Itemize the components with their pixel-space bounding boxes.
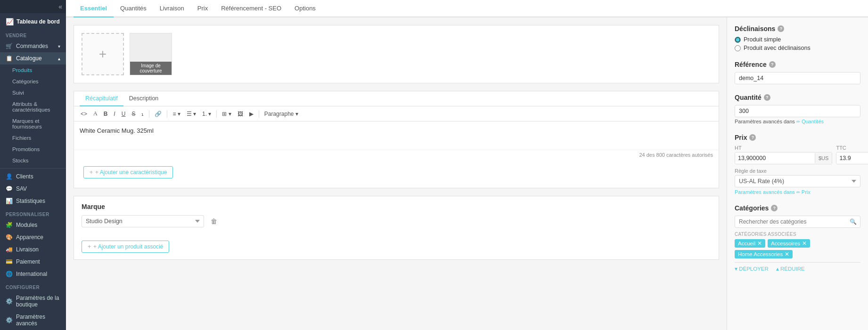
tab-livraison[interactable]: Livraison [153,0,191,17]
editor-btn-paragraph[interactable]: Paragraphe ▾ [262,110,300,118]
sidebar-item-commandes[interactable]: 🛒 Commandes ▾ [0,40,66,52]
cat-tag-accueil-label: Accueil [738,241,755,246]
desc-tab-bar: Récapitulatif Description [74,91,719,106]
editor-btn-bold[interactable]: B [102,110,110,118]
sidebar-item-promotions[interactable]: Promotions [0,144,66,155]
produits-label: Produits [12,67,32,73]
editor-btn-underline[interactable]: U [120,110,128,118]
tab-quantites[interactable]: Quantités [114,0,153,17]
price-ttc-input[interactable] [836,153,868,164]
declinaisons-help-icon[interactable]: ? [778,25,784,32]
fichiers-label: Fichiers [12,135,31,141]
prix-help-icon[interactable]: ? [749,134,756,141]
categories-help-icon[interactable]: ? [771,205,778,211]
main-area: Essentiel Quantités Livraison Prix Référ… [66,0,868,330]
reference-help-icon[interactable]: ? [769,61,776,68]
editor-divider-3 [216,110,217,118]
desc-tab-description[interactable]: Description [123,91,164,106]
editor-btn-link[interactable]: 🔗 [153,110,164,118]
sidebar-item-parametres-avances[interactable]: ⚙️ Paramètres avancés [0,311,66,330]
editor-btn-table[interactable]: ⊞ ▾ [220,110,233,118]
sidebar-item-paiement[interactable]: 💳 Paiement [0,256,66,268]
editor-btn-bold-a[interactable]: A [91,109,99,118]
sidebar-item-attributs[interactable]: Attributs & caractéristiques [0,98,66,115]
sidebar-item-fichiers[interactable]: Fichiers [0,132,66,144]
quantite-help-icon[interactable]: ? [764,94,770,101]
sidebar-item-clients[interactable]: 👤 Clients [0,170,66,183]
editor-btn-subscript[interactable]: ₁ [139,110,146,118]
sidebar: « 📈 Tableau de bord VENDRE 🛒 Commandes ▾… [0,0,66,330]
editor-toolbar: <> A B I U S ₁ 🔗 ≡ ▾ ☰ ▾ 1. ▾ ⊞ ▾ 🖼 [74,106,719,121]
desc-tab-recapitulatif[interactable]: Récapitulatif [80,91,123,106]
sidebar-item-suivi[interactable]: Suivi [0,87,66,98]
cat-tag-home-accessories: Home Accessories ✕ [735,250,793,258]
categories-title: Catégories ? [735,204,860,212]
radio-produit-simple-input[interactable] [735,37,741,43]
tab-referencement[interactable]: Référencement - SEO [214,0,288,17]
add-characteristic-button[interactable]: + + Ajouter une caractéristique [83,166,173,178]
sidebar-item-stocks[interactable]: Stocks [0,155,66,166]
editor-btn-list-ul[interactable]: ☰ ▾ [185,110,198,118]
prix-advanced-link[interactable]: Paramètres avancés dans ✏ Prix [735,189,860,195]
tab-essentiel[interactable]: Essentiel [74,0,114,17]
editor-btn-video[interactable]: ▶ [247,110,255,118]
brand-section: Marque Studio Design Autre marque 🗑 + + … [74,196,719,260]
sidebar-item-marques[interactable]: Marques et fournisseurs [0,115,66,132]
sidebar-item-parametres-boutique[interactable]: ⚙️ Paramètres de la boutique [0,292,66,311]
editor-btn-strikethrough[interactable]: S [130,110,137,118]
sidebar-item-livraison[interactable]: 🚚 Livraison [0,243,66,256]
parametres-avances-icon: ⚙️ [6,317,13,323]
commandes-expand-icon: ▾ [58,44,60,49]
cat-tag-accessoires-label: Accessoires [771,241,800,246]
image-upload-box[interactable]: + [82,33,124,75]
cat-tag-accessoires-remove[interactable]: ✕ [802,241,807,246]
brand-delete-button[interactable]: 🗑 [209,216,219,227]
left-panel: + Image de couverture Récapitulatif Desc… [66,17,727,330]
editor-char-count: 24 des 800 caractères autorisés [74,150,719,160]
sidebar-item-modules[interactable]: 🧩 Modules [0,219,66,231]
tab-prix[interactable]: Prix [191,0,214,17]
tab-bar: Essentiel Quantités Livraison Prix Référ… [66,0,868,17]
add-product-plus-icon: + [88,243,91,250]
prix-edit-icon: ✏ [796,190,800,195]
cat-tag-accueil-remove[interactable]: ✕ [757,241,762,246]
sidebar-collapse-icon[interactable]: « [58,3,62,10]
quantite-advanced-link-anchor[interactable]: ✏ Quantités [796,119,824,124]
cat-expand-row: ▾ DÉPLOYER ▴ RÉDUIRE [735,262,860,272]
editor-btn-italic[interactable]: I [112,110,117,118]
editor-content[interactable]: White Ceramic Mug. 325ml [74,121,719,150]
sidebar-item-produits[interactable]: Produits [0,64,66,76]
clients-icon: 👤 [6,173,13,180]
cat-tag-home-accessories-remove[interactable]: ✕ [785,251,789,257]
tax-select[interactable]: US-AL Rate (4%) US-CA Rate (8%) No Tax [735,175,860,187]
livraison-icon: 🚚 [6,246,13,253]
editor-btn-code[interactable]: <> [79,110,89,118]
sidebar-logo-row[interactable]: 📈 Tableau de bord [0,13,66,28]
price-ht-input[interactable] [735,153,815,164]
cat-expand-deployer[interactable]: ▾ DÉPLOYER [735,266,769,272]
marques-label: Marques et fournisseurs [12,118,60,129]
brand-select[interactable]: Studio Design Autre marque [82,215,204,227]
sidebar-item-statistiques[interactable]: 📊 Statistiques [0,195,66,207]
editor-btn-align[interactable]: ≡ ▾ [171,110,182,118]
parametres-boutique-icon: ⚙️ [6,298,13,305]
sidebar-item-catalogue[interactable]: 📋 Catalogue ▴ [0,52,66,64]
categories-search-wrap: 🔍 [735,216,860,228]
sidebar-item-categories[interactable]: Catégories [0,76,66,87]
image-cover-box[interactable]: Image de couverture [130,33,172,75]
editor-btn-list-ol[interactable]: 1. ▾ [200,110,213,118]
quantite-input[interactable] [735,105,860,117]
sidebar-item-apparence[interactable]: 🎨 Apparence [0,231,66,243]
tab-options[interactable]: Options [288,0,322,17]
cat-tag-accueil: Accueil ✕ [735,239,765,248]
cat-expand-reduire[interactable]: ▴ RÉDUIRE [776,266,805,272]
reference-input[interactable] [735,72,860,84]
sidebar-item-sav[interactable]: 💬 SAV [0,183,66,195]
radio-produit-avec-input[interactable] [735,45,741,51]
editor-btn-image[interactable]: 🖼 [236,110,245,118]
categories-search-input[interactable] [735,216,860,228]
add-associated-product-button[interactable]: + + Ajouter un produit associé [82,241,169,253]
sidebar-item-international[interactable]: 🌐 International [0,268,66,280]
cat-tag-home-accessories-label: Home Accessories [738,251,783,257]
add-char-label: + Ajouter une caractéristique [95,169,167,176]
